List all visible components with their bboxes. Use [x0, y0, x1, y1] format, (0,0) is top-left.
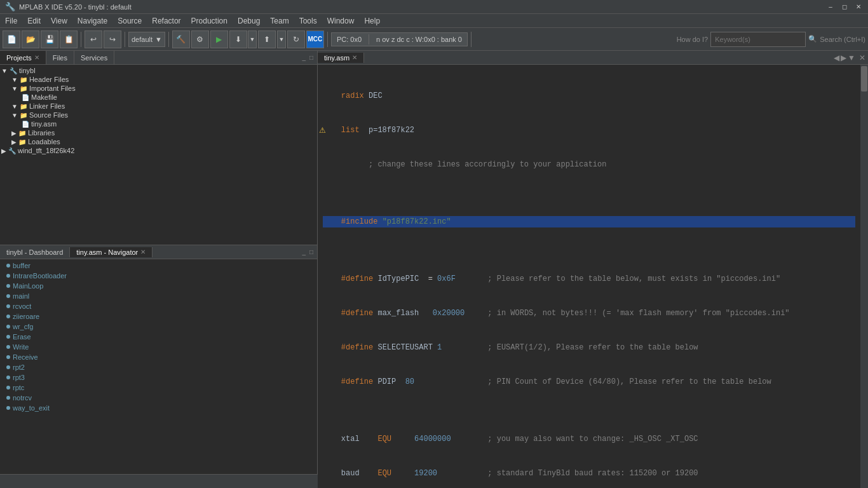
tab-navigator[interactable]: tiny.asm - Navigator ✕ [70, 247, 153, 257]
menu-source[interactable]: Source [112, 14, 147, 28]
nav-item-write[interactable]: Write [1, 342, 316, 352]
open-button[interactable]: 📂 [22, 30, 39, 48]
debug-dropdown[interactable]: ▼ [248, 30, 257, 48]
nav-dot [6, 274, 10, 278]
folder-collapsed-icon: ▶ [11, 130, 17, 137]
tab-list-icon[interactable]: ▼ [848, 53, 855, 62]
tree-item-libraries[interactable]: ▶ 📁 Libraries [1, 128, 316, 137]
nav-item-ziieroare[interactable]: ziieroare [1, 311, 316, 322]
v-scroll-thumb[interactable] [861, 66, 867, 92]
nav-item-rpt2[interactable]: rpt2 [1, 362, 316, 372]
nav-maximize-btn[interactable]: □ [308, 248, 315, 255]
nav-dot [6, 396, 10, 400]
menu-help[interactable]: Help [359, 14, 385, 28]
undo-button[interactable]: ↩ [85, 30, 102, 48]
debug-info-panel: PC: 0x0 n ov z dc c : W:0x0 : bank 0 [331, 32, 468, 46]
app-icon: 🔧 [5, 2, 15, 11]
maximize-button[interactable]: ◻ [840, 3, 849, 11]
nav-item-mainloop[interactable]: MainLoop [1, 281, 316, 291]
code-editor[interactable]: radix DEC list p=18f87k22 ; change these… [318, 65, 860, 488]
tree-item-header-files[interactable]: ▼ 📁 Header Files [1, 75, 316, 84]
toolbar: 📄 📂 💾 📋 ↩ ↪ default ▼ 🔨 ⚙ ▶ ⬇ ▼ ⬆ ▼ ↻ MC… [0, 28, 868, 51]
code-line-5: #include "p18f87k22.inc" [323, 216, 855, 227]
folder-icon-2: 📁 [20, 85, 27, 92]
menu-debug[interactable]: Debug [233, 14, 265, 28]
debug-button[interactable]: ⬇ [229, 30, 247, 48]
panel-minimize-btn[interactable]: _ [301, 54, 307, 61]
build-button[interactable]: 🔨 [172, 30, 190, 48]
left-panel: Projects ✕ Files Services _ □ ▼ 🔧 [0, 51, 318, 474]
menu-refactor[interactable]: Refactor [147, 14, 186, 28]
close-editor-icon[interactable]: ✕ [859, 53, 865, 62]
search-area: How do I? 🔍 Search (Ctrl+I) [677, 32, 865, 47]
panel-maximize-btn[interactable]: □ [308, 54, 315, 61]
separator-3 [168, 32, 169, 47]
nav-dot [6, 345, 10, 349]
tab-files[interactable]: Files [46, 51, 74, 64]
clean-build-button[interactable]: ⚙ [191, 30, 209, 48]
save-button[interactable]: 💾 [41, 30, 58, 48]
menu-view[interactable]: View [46, 14, 72, 28]
tree-item-tiny-asm[interactable]: 📄 tiny.asm [1, 119, 316, 128]
code-line-12: xtal EQU 64000000 ; you may also want to… [323, 433, 855, 445]
program-button[interactable]: ⬆ [258, 30, 276, 48]
save-all-button[interactable]: 📋 [60, 30, 78, 48]
minimize-button[interactable]: – [826, 3, 835, 11]
folder-icon-5: 📁 [18, 130, 26, 137]
scroll-left-icon[interactable]: ◀ [834, 53, 839, 62]
nav-item-intrare[interactable]: IntrareBootloader [1, 271, 316, 281]
close-button[interactable]: ✕ [854, 3, 863, 11]
program-dropdown[interactable]: ▼ [277, 30, 286, 48]
tab-services[interactable]: Services [74, 51, 114, 64]
tree-item-wind-tft[interactable]: ▶ 🔧 wind_tft_18f26k42 [1, 146, 316, 155]
editor-tab-close[interactable]: ✕ [352, 54, 357, 61]
run-button[interactable]: ▶ [210, 30, 228, 48]
menu-team[interactable]: Team [265, 14, 294, 28]
nav-item-rptc[interactable]: rptc [1, 383, 316, 393]
vertical-scrollbar[interactable] [860, 65, 868, 488]
nav-item-rcvoct[interactable]: rcvoct [1, 301, 316, 311]
menu-tools[interactable]: Tools [294, 14, 322, 28]
scroll-right-icon[interactable]: ▶ [841, 53, 846, 62]
tab-tiny-asm[interactable]: tiny.asm ✕ [318, 53, 364, 63]
tree-item-loadables[interactable]: ▶ 📁 Loadables [1, 137, 316, 146]
tree-item-linker-files[interactable]: ▼ 📁 Linker Files [1, 102, 316, 111]
tab-dashboard[interactable]: tinybl - Dashboard [0, 247, 70, 257]
mcc-button[interactable]: MCC [306, 30, 324, 48]
menu-window[interactable]: Window [322, 14, 360, 28]
editor-tab-controls: ◀ ▶ ▼ ✕ [834, 53, 868, 62]
main-layout: Projects ✕ Files Services _ □ ▼ 🔧 [0, 51, 868, 474]
nav-item-buffer[interactable]: buffer [1, 261, 316, 271]
file-icon: 📄 [22, 94, 29, 101]
menu-edit[interactable]: Edit [22, 14, 46, 28]
nav-item-erase[interactable]: Erase [1, 332, 316, 342]
nav-item-mainl[interactable]: mainl [1, 291, 316, 301]
tree-item-source-files[interactable]: ▼ 📁 Source Files [1, 111, 316, 119]
tab-navigator-close[interactable]: ✕ [140, 248, 146, 255]
code-line-13: baud EQU 19200 ; standard TinyBld baud r… [323, 468, 855, 479]
tree-item-tinybl[interactable]: ▼ 🔧 tinybl [1, 66, 316, 75]
menu-navigate[interactable]: Navigate [72, 14, 112, 28]
nav-item-notrcv[interactable]: notrcv [1, 393, 316, 403]
folder-expand-icon: ▼ [11, 76, 18, 83]
nav-minimize-btn[interactable]: _ [301, 248, 307, 255]
folder-icon-4: 📁 [20, 112, 27, 119]
nav-item-wr-cfg[interactable]: wr_cfg [1, 322, 316, 332]
refresh-button[interactable]: ↻ [287, 30, 305, 48]
redo-button[interactable]: ↪ [104, 30, 121, 48]
folder-icon-6: 📁 [18, 139, 26, 146]
menu-file[interactable]: File [0, 14, 22, 28]
editor-tabs: tiny.asm ✕ ◀ ▶ ▼ ✕ [318, 51, 868, 65]
keyword-input[interactable] [710, 32, 806, 47]
project-dropdown[interactable]: default ▼ [128, 32, 165, 47]
tab-projects[interactable]: Projects ✕ [0, 51, 46, 64]
nav-dot [6, 335, 10, 339]
menu-production[interactable]: Production [186, 14, 233, 28]
nav-item-way-to-exit[interactable]: way_to_exit [1, 403, 316, 413]
tree-item-important-files[interactable]: ▼ 📁 Important Files [1, 84, 316, 93]
new-file-button[interactable]: 📄 [3, 30, 20, 48]
nav-item-receive[interactable]: Receive [1, 352, 316, 362]
tab-projects-close[interactable]: ✕ [34, 54, 39, 61]
nav-item-rpt3[interactable]: rpt3 [1, 372, 316, 383]
tree-item-makefile[interactable]: 📄 Makefile [1, 93, 316, 102]
